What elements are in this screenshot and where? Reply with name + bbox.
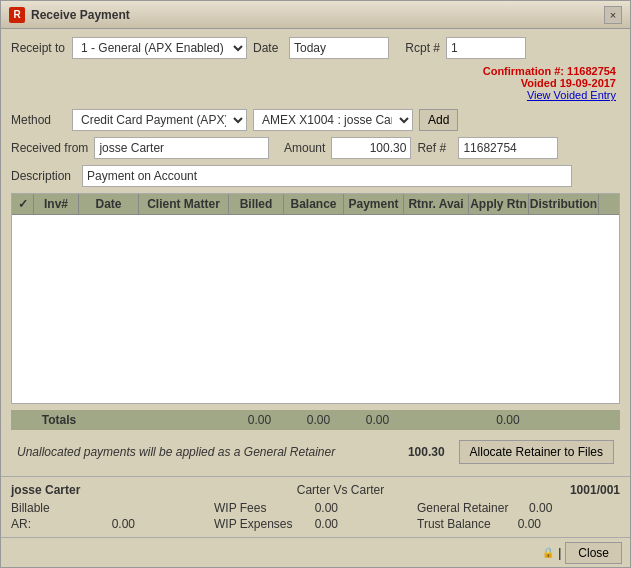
confirmation-area: Confirmation #: 11682754 Voided 19-09-20… [11, 65, 620, 103]
amount-input[interactable] [331, 137, 411, 159]
method-row: Method Credit Card Payment (APX) AMEX X1… [11, 109, 620, 131]
bottom-col-2: WIP Fees 0.00 WIP Expenses 0.00 [214, 501, 417, 531]
trust-value: 0.00 [501, 517, 541, 531]
form-content: Receipt to 1 - General (APX Enabled) Dat… [1, 29, 630, 476]
wip-fees-item: WIP Fees 0.00 [214, 501, 417, 515]
totals-row: Totals 0.00 0.00 0.00 0.00 [11, 410, 620, 430]
window-close-button[interactable]: × [604, 6, 622, 24]
amount-label: Amount [275, 141, 325, 155]
wip-exp-label: WIP Expenses [214, 517, 294, 531]
bottom-row1: josse Carter Carter Vs Carter 1001/001 [11, 483, 620, 497]
totals-label: Totals [19, 413, 99, 427]
col-apply: Apply Rtn [469, 194, 529, 214]
confirmation-line1: Confirmation #: 11682754 [11, 65, 616, 77]
ar-value: 0.00 [95, 517, 135, 531]
footer: 🔒 | Close [1, 537, 630, 567]
received-from-label: Received from [11, 141, 88, 155]
view-voided-link[interactable]: View Voided Entry [11, 89, 616, 101]
allocate-button[interactable]: Allocate Retainer to Files [459, 440, 614, 464]
wip-fees-label: WIP Fees [214, 501, 294, 515]
unallocated-amount: 100.30 [385, 445, 445, 459]
billable-label: Billable [11, 501, 91, 515]
col-check: ✓ [12, 194, 34, 214]
trust-item: Trust Balance 0.00 [417, 517, 620, 531]
date-input[interactable] [289, 37, 389, 59]
col-rtnr: Rtnr. Avai [404, 194, 469, 214]
ref-input[interactable] [458, 137, 558, 159]
description-input[interactable] [82, 165, 572, 187]
gen-ret-item: General Retainer 0.00 [417, 501, 620, 515]
close-button[interactable]: Close [565, 542, 622, 564]
card-select[interactable]: AMEX X1004 : josse Carter [253, 109, 413, 131]
bottom-row2: Billable AR: 0.00 WIP Fees 0.00 WIP Expe… [11, 501, 620, 531]
col-balance: Balance [284, 194, 344, 214]
client-name: josse Carter [11, 483, 111, 497]
method-label: Method [11, 113, 66, 127]
gen-ret-label: General Retainer [417, 501, 508, 515]
col-dist: Distribution [529, 194, 599, 214]
title-bar-left: R Receive Payment [9, 7, 130, 23]
col-date: Date [79, 194, 139, 214]
total-apply: 0.00 [478, 413, 538, 427]
billable-item: Billable [11, 501, 214, 515]
ar-item: AR: 0.00 [11, 517, 214, 531]
date-label: Date [253, 41, 283, 55]
invoice-table: ✓ Inv# Date Client Matter Billed Balance… [11, 193, 620, 404]
window-title: Receive Payment [31, 8, 130, 22]
file-number: 1001/001 [570, 483, 620, 497]
wip-exp-item: WIP Expenses 0.00 [214, 517, 417, 531]
description-row: Description [11, 165, 620, 187]
unallocated-row: Unallocated payments will be applied as … [11, 436, 620, 468]
col-payment: Payment [344, 194, 404, 214]
wip-exp-value: 0.00 [298, 517, 338, 531]
confirmation-line2: Voided 19-09-2017 [11, 77, 616, 89]
rcpt-input[interactable] [446, 37, 526, 59]
bottom-summary: josse Carter Carter Vs Carter 1001/001 B… [1, 476, 630, 537]
receipt-row: Receipt to 1 - General (APX Enabled) Dat… [11, 37, 620, 59]
received-from-input[interactable] [94, 137, 269, 159]
unallocated-text: Unallocated payments will be applied as … [17, 445, 379, 459]
total-payment: 0.00 [350, 413, 405, 427]
table-header: ✓ Inv# Date Client Matter Billed Balance… [12, 194, 619, 215]
matter-name: Carter Vs Carter [121, 483, 560, 497]
col-matter: Client Matter [139, 194, 229, 214]
col-billed: Billed [229, 194, 284, 214]
received-row: Received from Amount Ref # [11, 137, 620, 159]
footer-separator: | [558, 546, 561, 560]
ar-label: AR: [11, 517, 91, 531]
trust-label: Trust Balance [417, 517, 497, 531]
method-select[interactable]: Credit Card Payment (APX) [72, 109, 247, 131]
receipt-to-select[interactable]: 1 - General (APX Enabled) [72, 37, 247, 59]
ref-label: Ref # [417, 141, 452, 155]
lock-icon: 🔒 [542, 547, 554, 558]
col-inv: Inv# [34, 194, 79, 214]
receipt-to-label: Receipt to [11, 41, 66, 55]
description-label: Description [11, 169, 76, 183]
total-balance: 0.00 [291, 413, 346, 427]
add-button[interactable]: Add [419, 109, 458, 131]
app-icon: R [9, 7, 25, 23]
wip-fees-value: 0.00 [298, 501, 338, 515]
total-billed: 0.00 [232, 413, 287, 427]
bottom-col-3: General Retainer 0.00 Trust Balance 0.00 [417, 501, 620, 531]
gen-ret-value: 0.00 [512, 501, 552, 515]
main-window: R Receive Payment × Receipt to 1 - Gener… [0, 0, 631, 568]
title-bar: R Receive Payment × [1, 1, 630, 29]
table-body [12, 215, 619, 403]
bottom-col-1: Billable AR: 0.00 [11, 501, 214, 531]
rcpt-label: Rcpt # [395, 41, 440, 55]
